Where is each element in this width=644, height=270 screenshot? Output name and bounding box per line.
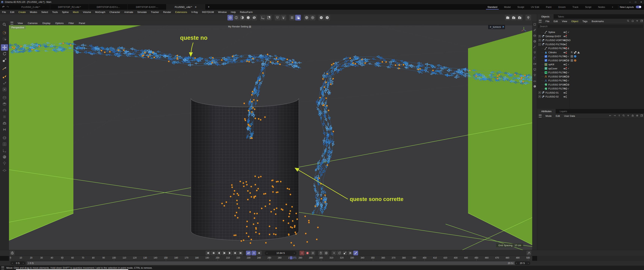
document-tab[interactable]: DIRTSTOP_R2.c4d * — [50, 4, 89, 10]
edge-mode-button[interactable] — [234, 15, 239, 21]
range-end-spinner[interactable]: ‹20 S› — [514, 261, 530, 265]
make-editable-button[interactable] — [1, 94, 8, 101]
enabled-check[interactable]: ✓ — [568, 47, 570, 50]
layout-tab-nodes[interactable]: Nodes — [595, 4, 608, 10]
object-row[interactable]: +FLUSSO VORTICOSO◆◆ — [537, 38, 644, 42]
enabled-check[interactable]: ✓ — [568, 87, 570, 90]
document-tab[interactable]: DIRTSTOP-EASY-... — [128, 4, 166, 10]
tree-expander-icon[interactable]: - — [538, 43, 541, 46]
enabled-check[interactable]: ✓ — [568, 55, 570, 58]
filter-icon[interactable] — [627, 114, 630, 117]
new-document-tab-button[interactable]: + — [205, 4, 212, 10]
polygon-mode-button[interactable] — [240, 15, 245, 21]
menu-item-edit[interactable]: Edit — [8, 11, 16, 14]
palette-snap-button[interactable] — [533, 51, 537, 55]
lock-workplane-button[interactable] — [295, 15, 301, 21]
visibility-dots[interactable] — [566, 63, 567, 66]
interactive-render-button[interactable] — [526, 15, 531, 21]
document-tab[interactable]: FLUSSO_2.c4d * — [12, 4, 50, 10]
lattice-button[interactable] — [1, 141, 8, 147]
enabled-check[interactable]: ✓ — [568, 83, 570, 86]
visibility-dots[interactable] — [566, 47, 567, 50]
layer-icon[interactable]: ◆◆ — [563, 79, 565, 82]
search-icon[interactable] — [627, 20, 630, 23]
visibility-dots[interactable] — [566, 55, 567, 58]
palette-camera-button[interactable] — [533, 62, 537, 66]
close-tab-icon[interactable]: ✕ — [195, 6, 197, 9]
menu-item-volume[interactable]: Volume — [81, 11, 93, 14]
playback-tool-button[interactable] — [1, 126, 8, 133]
menu-item-file[interactable]: File — [0, 11, 8, 14]
layer-icon[interactable]: ◆◆ — [563, 63, 565, 66]
visibility-dots[interactable] — [566, 39, 567, 42]
maximize-button[interactable]: □ — [633, 0, 638, 4]
range-slider[interactable]: ‖ 0 S 20 S ‖ — [27, 261, 516, 265]
tag-triangle-icon[interactable] — [577, 51, 580, 54]
tree-expander-icon[interactable]: + — [538, 39, 541, 41]
viewport-menu-filter[interactable]: Filter — [66, 22, 76, 25]
tag-checker-icon[interactable] — [574, 51, 576, 54]
goto-end-button[interactable] — [238, 251, 243, 255]
layer-icon[interactable]: ◆◆ — [563, 87, 565, 90]
panel-tab-objects[interactable]: Objects — [537, 14, 554, 19]
object-row[interactable]: xpKill◆◆✓ — [537, 62, 644, 66]
status-burger-icon[interactable] — [1, 266, 4, 269]
enable-axis-button[interactable] — [260, 15, 266, 21]
palette-plane-button[interactable] — [533, 23, 537, 27]
layer-icon[interactable]: ◆◆ — [563, 71, 565, 74]
next-key-button[interactable] — [233, 251, 238, 255]
object-row[interactable]: FLUSSO FILTRO◆◆✓ — [537, 54, 644, 58]
key-rotation-button[interactable] — [337, 251, 342, 255]
popout-icon[interactable] — [640, 114, 643, 117]
layer-icon[interactable]: ◆◆ — [563, 95, 565, 98]
visibility-dots[interactable] — [566, 67, 567, 70]
viewport-settings-button[interactable] — [310, 15, 316, 21]
object-row[interactable]: Cilindro◆◆ — [537, 50, 644, 54]
enabled-check[interactable]: ✓ — [568, 63, 570, 66]
objects-search-input[interactable]: Search — [538, 25, 643, 28]
visibility-dots[interactable] — [566, 79, 567, 82]
render-picture-viewer-button[interactable] — [511, 15, 516, 21]
find-button[interactable] — [1, 21, 8, 28]
menu-item-character[interactable]: Character — [107, 11, 122, 14]
lock-icon[interactable] — [631, 114, 634, 117]
palette-pen-button[interactable] — [533, 28, 537, 32]
menu-item-rebusfarm[interactable]: RebusFarm — [238, 11, 255, 14]
autokey-button[interactable]: A — [305, 251, 310, 255]
menu-item-help[interactable]: Help — [229, 11, 238, 14]
popout-icon[interactable] — [640, 20, 643, 23]
rotate-tool-button[interactable] — [1, 51, 8, 57]
spline-pen-button[interactable] — [1, 65, 8, 72]
layer-icon[interactable]: ◆◆ — [563, 35, 565, 38]
live-selection-button[interactable] — [1, 30, 8, 36]
current-time-spinner[interactable]: ‹10.84 S› — [265, 251, 296, 255]
arrow-left-icon[interactable] — [609, 114, 612, 117]
key-pla-button[interactable] — [353, 251, 358, 255]
menu-item-window[interactable]: Window — [216, 11, 229, 14]
tag-hatch-icon[interactable] — [570, 55, 573, 58]
search-icon[interactable] — [622, 114, 625, 117]
floor-tool-button[interactable] — [1, 167, 8, 173]
object-row[interactable]: +FLUSSO 01◆◆ — [537, 91, 644, 95]
palette-floor-button[interactable] — [533, 79, 537, 83]
workplane-button[interactable] — [289, 15, 295, 21]
menu-item-mesh[interactable]: Mesh — [71, 11, 81, 14]
redo-icon[interactable]: ↷ — [6, 5, 9, 9]
visibility-dots[interactable] — [566, 31, 567, 34]
arrow-right-icon[interactable] — [613, 114, 616, 117]
timeline-ruler[interactable]: 0102030405060708090100110120130140150160… — [9, 256, 532, 261]
layer-icon[interactable]: ◆◆ — [563, 75, 565, 78]
objects-menu-view[interactable]: View — [560, 20, 569, 23]
arrow-up-icon[interactable] — [618, 114, 620, 117]
object-row[interactable]: FLUSSO SPORCO◆◆✓ — [537, 83, 644, 87]
edit-points-button[interactable] — [1, 73, 8, 80]
render-settings-button[interactable] — [517, 15, 522, 21]
enabled-check[interactable]: ✓ — [568, 59, 570, 62]
tree-expander-icon[interactable]: + — [538, 91, 541, 94]
palette-light-button[interactable] — [533, 73, 537, 77]
tag-mat-brown-icon[interactable] — [574, 59, 576, 62]
layer-icon[interactable]: ◆◆ — [563, 43, 565, 46]
arch-tool-button[interactable] — [1, 107, 8, 114]
snap-button[interactable] — [275, 15, 280, 21]
objects-menu-bookmarks[interactable]: Bookmarks — [590, 20, 606, 23]
